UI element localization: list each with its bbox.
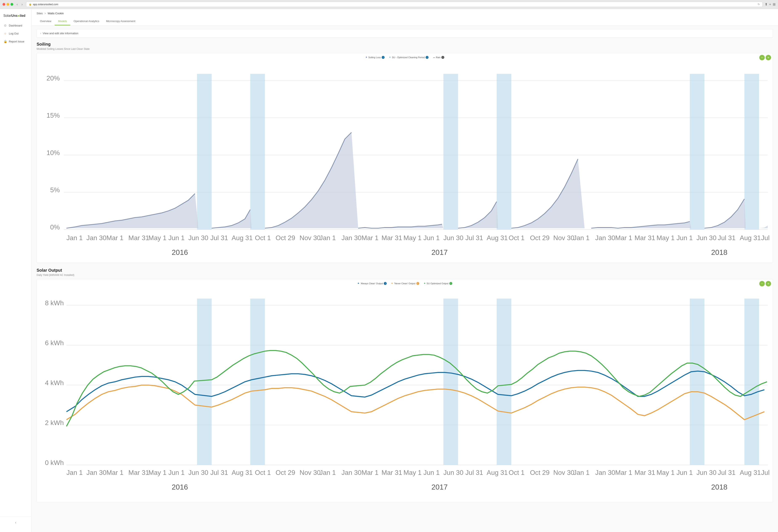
solar-zoom-out-button[interactable]: −	[759, 281, 765, 286]
svg-text:Jul 3: Jul 3	[761, 469, 771, 476]
soiling-loss-info-button[interactable]: i	[382, 56, 385, 59]
svg-text:Jan 1: Jan 1	[573, 469, 590, 476]
collapse-icon: ‹	[15, 521, 16, 524]
svg-text:Oct 1: Oct 1	[509, 469, 525, 476]
su-optimized-info-button[interactable]: i	[449, 282, 452, 285]
svg-text:4 kWh: 4 kWh	[45, 379, 64, 386]
soiling-zoom-in-button[interactable]: +	[766, 55, 771, 60]
share-button[interactable]: ⬆	[765, 2, 768, 6]
rain-info-button[interactable]: i	[441, 56, 444, 59]
svg-text:Jun 30: Jun 30	[696, 469, 716, 476]
svg-rect-13	[497, 74, 512, 230]
svg-text:Jun 30: Jun 30	[188, 234, 208, 242]
tab-overview-label: Overview	[40, 19, 51, 23]
page-tabs: Overview Models Operational Analytics Mi…	[36, 17, 773, 25]
svg-text:0 kWh: 0 kWh	[45, 459, 64, 466]
svg-text:Aug 31: Aug 31	[487, 469, 508, 476]
svg-text:Jul 3: Jul 3	[761, 234, 771, 242]
tab-operational[interactable]: Operational Analytics	[70, 17, 103, 25]
svg-rect-10	[197, 74, 212, 230]
soiling-title: Soiling	[36, 42, 773, 47]
svg-text:Mar 1: Mar 1	[106, 469, 124, 476]
sidebar-item-report[interactable]: 🔒 Report Issue	[0, 38, 31, 45]
svg-text:Jan 30: Jan 30	[341, 234, 362, 242]
svg-text:Jul 31: Jul 31	[718, 234, 735, 242]
svg-text:Jul 31: Jul 31	[210, 469, 228, 476]
svg-text:Mar 1: Mar 1	[615, 469, 632, 476]
svg-text:0%: 0%	[50, 224, 60, 231]
svg-text:May 1: May 1	[148, 469, 166, 476]
svg-text:Jun 30: Jun 30	[696, 234, 716, 242]
never-clean-legend: ✦ 'Never Clean' Output i	[391, 282, 419, 285]
svg-text:Mar 31: Mar 31	[635, 469, 655, 476]
svg-text:Jul 31: Jul 31	[210, 234, 228, 242]
svg-text:May 1: May 1	[403, 234, 421, 242]
tab-microscopy[interactable]: Microscopy Assessment	[103, 17, 139, 25]
always-clean-info-button[interactable]: i	[384, 282, 387, 285]
svg-text:Mar 1: Mar 1	[615, 234, 632, 242]
svg-text:Jan 30: Jan 30	[595, 234, 615, 242]
svg-text:Jan 30: Jan 30	[595, 469, 615, 476]
never-clean-info-button[interactable]: i	[416, 282, 419, 285]
svg-text:Jul 31: Jul 31	[465, 469, 483, 476]
lock-icon: 🔒	[29, 3, 32, 6]
su-optimized-label: SU Optimized Output	[426, 282, 449, 285]
svg-text:Oct 1: Oct 1	[255, 234, 271, 242]
tab-operational-label: Operational Analytics	[74, 19, 99, 23]
breadcrumb-parent[interactable]: Sites	[36, 12, 43, 15]
close-button[interactable]	[3, 3, 5, 6]
back-button[interactable]: ‹	[15, 2, 19, 7]
solar-zoom-in-button[interactable]: +	[766, 281, 771, 286]
svg-text:Jun 1: Jun 1	[677, 234, 693, 242]
svg-text:May 1: May 1	[148, 234, 166, 242]
svg-text:Aug 31: Aug 31	[740, 234, 761, 242]
sidebar-item-dashboard[interactable]: ⊙ Dashboard	[0, 22, 31, 29]
always-clean-icon: ✦	[357, 282, 360, 285]
svg-text:2018: 2018	[711, 248, 727, 256]
svg-text:Mar 31: Mar 31	[635, 234, 655, 242]
su-cleaning-info-button[interactable]: i	[425, 56, 429, 59]
maximize-button[interactable]	[10, 3, 13, 6]
svg-text:Aug 31: Aug 31	[487, 234, 508, 242]
svg-text:Oct 29: Oct 29	[276, 234, 295, 242]
solar-chart-wrapper: ✦ 'Always Clean' Output i ✦ 'Never Clean…	[36, 279, 773, 502]
info-banner[interactable]: › View and edit site information	[36, 29, 773, 37]
sidebar-label-report: Report Issue	[9, 40, 24, 43]
solar-chart: 8 kWh 6 kWh 4 kWh 2 kWh 0 kWh	[38, 287, 771, 500]
svg-text:2016: 2016	[172, 248, 188, 256]
tab-overview[interactable]: Overview	[36, 17, 55, 25]
svg-rect-68	[745, 298, 759, 465]
svg-text:Jun 1: Jun 1	[423, 234, 440, 242]
svg-text:Jul 31: Jul 31	[718, 469, 735, 476]
forward-button[interactable]: ›	[20, 2, 24, 7]
svg-text:Jun 1: Jun 1	[423, 469, 440, 476]
solar-subtitle: Daily Yield (kWh/kW AC Installed)	[36, 274, 773, 276]
svg-text:Oct 1: Oct 1	[255, 469, 271, 476]
soiling-zoom-out-button[interactable]: −	[759, 55, 765, 60]
refresh-icon[interactable]: ↻	[758, 3, 760, 6]
always-clean-label: 'Always Clean' Output	[361, 282, 383, 285]
address-bar[interactable]: 🔒 app.solarunsoiled.com ↻	[26, 2, 763, 7]
svg-text:Aug 31: Aug 31	[232, 469, 253, 476]
page-header: Sites > Watts Cookin Overview Models Ope…	[31, 9, 778, 26]
rain-legend: ☁ Rain i	[433, 56, 445, 59]
su-cleaning-label: SU - Optimized Cleaning Period	[392, 56, 425, 59]
soiling-loss-legend: ✦ Soiling Loss i	[365, 56, 385, 59]
svg-text:Oct 29: Oct 29	[530, 234, 549, 242]
svg-text:Oct 1: Oct 1	[509, 234, 525, 242]
new-tab-button[interactable]: +	[769, 2, 771, 6]
tabs-button[interactable]: ⊞	[773, 2, 775, 6]
soiling-legend: ✦ Soiling Loss i ✦ SU - Optimized Cleani…	[38, 56, 771, 59]
sidebar-label-dashboard: Dashboard	[9, 24, 22, 27]
sidebar-collapse-button[interactable]: ‹	[0, 519, 31, 526]
app-container: SolarUns●iled ⊙ Dashboard ○ Log Out 🔒 Re…	[0, 9, 778, 532]
svg-text:Nov 30: Nov 30	[300, 234, 321, 242]
sidebar-item-logout[interactable]: ○ Log Out	[0, 30, 31, 37]
minimize-button[interactable]	[6, 3, 9, 6]
svg-text:Mar 31: Mar 31	[129, 234, 149, 242]
svg-text:Jun 30: Jun 30	[188, 469, 208, 476]
svg-text:Mar 1: Mar 1	[362, 234, 379, 242]
tab-models[interactable]: Models	[55, 17, 70, 25]
rain-label: Rain	[436, 56, 441, 59]
svg-rect-15	[745, 74, 759, 230]
